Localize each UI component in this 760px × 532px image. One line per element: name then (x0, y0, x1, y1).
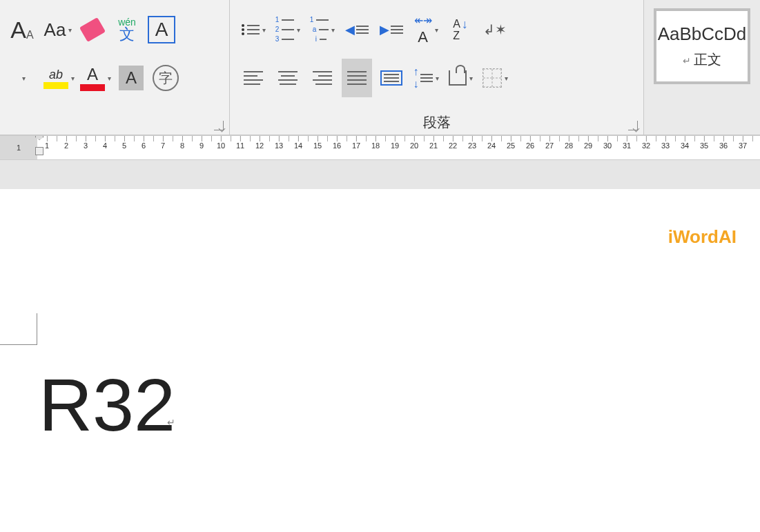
ruler-tick: 35 (700, 141, 708, 150)
align-left-button[interactable] (238, 59, 269, 97)
sort-icon: A↓Z (453, 18, 468, 41)
horizontal-ruler[interactable]: 1 12345678910111213141516171819202122232… (0, 135, 760, 160)
chevron-down-icon: ▾ (505, 75, 508, 82)
ruler-tick: 23 (468, 141, 476, 150)
paragraph-dialog-launcher[interactable] (628, 121, 638, 130)
sort-button[interactable]: A↓Z (445, 10, 476, 49)
watermark: iWordAI (668, 226, 737, 248)
ruler-tick: 4 (103, 141, 107, 150)
highlight-button[interactable]: ab ▾ (43, 59, 75, 97)
phonetic-guide-button[interactable]: wén 文 (112, 10, 142, 49)
ruler-tick: 24 (487, 141, 496, 150)
phonetic-char: 文 (119, 27, 135, 42)
shading-icon: A (119, 66, 144, 90)
ruler-tick: 3 (84, 141, 88, 150)
chevron-down-icon: ▾ (469, 75, 473, 82)
line-spacing-icon: ↑↓ (413, 66, 433, 90)
paint-bucket-icon (449, 70, 467, 86)
chevron-down-icon: ▾ (435, 26, 438, 34)
number-list-button[interactable]: 1 2 3 ▾ (273, 10, 303, 49)
ruler-tick: 30 (603, 141, 612, 150)
align-right-button[interactable] (307, 59, 338, 97)
chevron-down-icon: ▾ (297, 26, 300, 34)
ruler-tick: 13 (275, 141, 283, 150)
increase-indent-button[interactable]: ▶ (376, 10, 407, 49)
align-center-button[interactable] (273, 59, 303, 97)
ruler-track: 1234567891011121314151617181920212223242… (37, 136, 760, 159)
margin-corner-mark (0, 313, 37, 345)
grow-font-icon: A (10, 17, 26, 43)
ruler-tick: 2 (64, 141, 68, 150)
document-text[interactable]: R32 (39, 362, 175, 448)
ruler-tick: 22 (449, 141, 457, 150)
ribbon-group-font: AA Aa▾ wén 文 A ▾ ab ▾ A (0, 0, 230, 135)
borders-button[interactable]: ▾ (480, 59, 510, 97)
change-case-button[interactable]: Aa▾ (43, 10, 73, 49)
ruler-tick: 8 (180, 141, 184, 150)
ruler-tick: 1 (45, 141, 49, 150)
bullet-list-icon (242, 24, 260, 35)
distributed-icon (380, 70, 402, 86)
bullet-list-button[interactable]: ▾ (238, 10, 269, 49)
chevron-down-icon: ▾ (436, 75, 439, 82)
style-sample: AaBbCcDd (658, 23, 747, 45)
ruler-tick: 34 (681, 141, 689, 150)
multilevel-list-icon: 1 a i (310, 16, 329, 43)
ruler-tick: 15 (313, 141, 322, 150)
style-name: ↵ 正文 (683, 50, 721, 69)
font-color-label: A (87, 65, 98, 84)
clear-formatting-button[interactable] (77, 10, 108, 49)
character-border-button[interactable]: A (146, 10, 177, 49)
ruler-tick: 36 (719, 141, 728, 150)
line-spacing-button[interactable]: ↑↓▾ (411, 59, 441, 97)
distributed-button[interactable] (376, 59, 407, 97)
ruler-tick: 29 (584, 141, 592, 150)
style-normal[interactable]: AaBbCcDd ↵ 正文 (654, 8, 750, 84)
font-color-button[interactable]: A ▾ (79, 59, 112, 97)
font-color-icon: A (80, 65, 105, 91)
font-dialog-launcher[interactable] (214, 121, 224, 130)
decrease-indent-button[interactable]: ◀ (342, 10, 372, 49)
highlight-icon: ab (43, 68, 68, 89)
ruler-tick: 27 (545, 141, 554, 150)
document-area: iWordAI R32 ↵ (0, 160, 760, 532)
shrink-font-icon: A (26, 29, 34, 41)
ruler-tick: 25 (507, 141, 515, 150)
ribbon-group-paragraph: ▾ 1 2 3 ▾ 1 a i ▾ ◀ ▶ (230, 0, 644, 135)
document-page[interactable]: iWordAI R32 ↵ (0, 189, 760, 532)
multilevel-list-button[interactable]: 1 a i ▾ (307, 10, 338, 49)
ruler-tick: 12 (255, 141, 264, 150)
ruler-tick: 20 (410, 141, 418, 150)
paragraph-group-label: 段落 (230, 113, 643, 132)
ruler-tick: 14 (294, 141, 302, 150)
align-justify-button[interactable] (342, 59, 372, 97)
align-center-icon (278, 71, 298, 85)
chevron-down-icon: ▾ (262, 26, 266, 34)
sort-a: A (453, 19, 460, 30)
chevron-down-icon: ▾ (71, 75, 75, 82)
ruler-tick: 6 (142, 141, 146, 150)
increase-indent-icon: ▶ (380, 22, 403, 37)
show-marks-button[interactable]: ↲✶ (480, 10, 510, 49)
fit-width-button[interactable]: ↞↠A▾ (411, 10, 441, 49)
fill-color-button[interactable]: ▾ (445, 59, 476, 97)
ruler-tick: 31 (623, 141, 631, 150)
pilcrow-icon: ↲✶ (483, 21, 507, 38)
enclose-char-button[interactable]: 字 (150, 59, 181, 97)
ruler-tick: 11 (236, 141, 244, 150)
ruler-tick: 21 (429, 141, 438, 150)
char-shading-button[interactable]: A (116, 59, 146, 97)
char-border-icon: A (148, 16, 175, 43)
ruler-tick: 32 (642, 141, 650, 150)
ruler-tick: 5 (122, 141, 126, 150)
grow-font-button[interactable]: AA (8, 10, 39, 49)
indent-marker[interactable] (35, 135, 43, 155)
paragraph-mark: ↵ (167, 417, 175, 428)
borders-icon (483, 68, 502, 88)
ruler-tick: 26 (526, 141, 534, 150)
decrease-indent-icon: ◀ (345, 22, 369, 37)
ruler-tick: 18 (371, 141, 380, 150)
ruler-tick: 10 (217, 141, 225, 150)
ruler-tick: 37 (739, 141, 747, 150)
unknown-font-button[interactable]: ▾ (8, 59, 39, 97)
